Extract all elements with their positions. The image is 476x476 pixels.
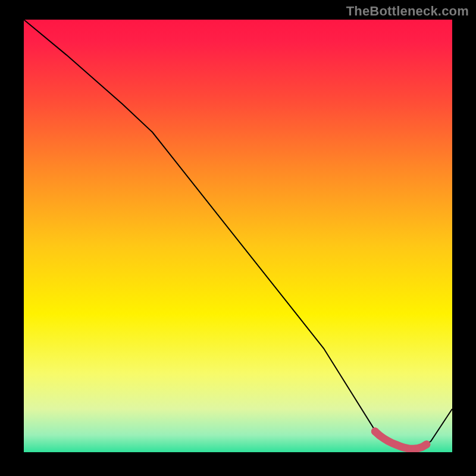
- highlight-dot: [422, 440, 430, 448]
- watermark-text: TheBottleneck.com: [346, 4, 469, 19]
- gradient-background: [24, 20, 452, 452]
- chart-stage: TheBottleneck.com: [0, 0, 476, 476]
- bottleneck-chart: [0, 0, 476, 476]
